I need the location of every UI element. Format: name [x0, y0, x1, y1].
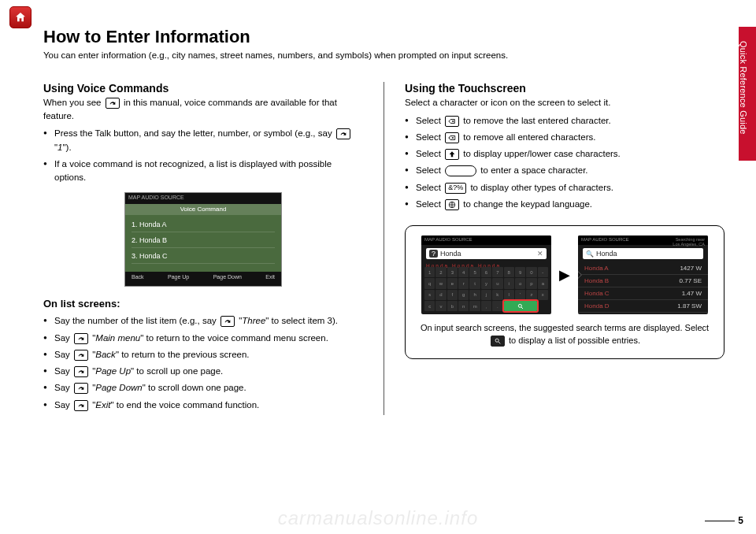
shot1-row: 3. Honda C — [132, 248, 275, 264]
key: v — [435, 301, 446, 311]
key: f — [447, 290, 458, 300]
result-row: Honda B0.77 SE — [578, 275, 708, 287]
result-row: Honda D1.87 SW — [578, 300, 708, 313]
bullet-item: Select to change the keypad language. — [405, 198, 724, 211]
page-content: How to Enter Information You can enter i… — [43, 27, 724, 518]
voice-list-screenshot: MAP AUDIO SOURCE Voice Command 1. Honda … — [124, 192, 282, 287]
bullet-item: Say "Exit" to end the voice command func… — [43, 399, 363, 412]
key: k — [492, 290, 502, 300]
page-title: How to Enter Information — [43, 27, 724, 47]
clear-icon: ✕ — [537, 250, 543, 258]
bullet-item: Say "Page Down" to scroll down one page. — [43, 381, 363, 395]
key: 8 — [504, 267, 514, 277]
globe-icon — [445, 199, 459, 210]
search-key — [504, 301, 537, 311]
column-divider — [384, 82, 384, 415]
column-touch: Using the Touchscreen Select a character… — [405, 82, 724, 415]
key: r — [458, 278, 469, 288]
callout-note: On input search screens, the suggested s… — [417, 322, 713, 347]
space-icon — [445, 165, 476, 176]
key: n — [458, 301, 469, 311]
touch-lead: Select a character or icon on the screen… — [405, 96, 724, 109]
key: 1 — [424, 267, 435, 277]
shotA-tabs: MAP AUDIO SOURCE — [421, 235, 551, 245]
shot1-footer: Back Page Up Page Down Exit — [125, 272, 281, 286]
key: . — [492, 301, 502, 311]
talk-icon — [336, 128, 350, 139]
talk-icon — [74, 350, 88, 361]
key: 4 — [458, 267, 469, 277]
bullet-item: Select to remove all entered characters. — [405, 131, 724, 144]
key: m — [469, 301, 480, 311]
key: h — [469, 290, 480, 300]
key: z — [526, 290, 536, 300]
key: , — [481, 301, 491, 311]
key: 0 — [526, 267, 536, 277]
key: p — [526, 278, 536, 288]
talk-icon — [74, 333, 88, 344]
backspace-icon — [445, 116, 459, 127]
page-number: 5 — [705, 515, 743, 526]
keyboard-screenshot: MAP AUDIO SOURCE ? Honda ✕ Honda Honda H… — [421, 235, 551, 314]
voice-bullets: Press the Talk button, and say the lette… — [43, 127, 363, 184]
home-button[interactable] — [9, 6, 32, 28]
clear-icon — [445, 132, 459, 143]
shotA-search: ? Honda ✕ — [426, 248, 547, 259]
key: x — [538, 290, 548, 300]
help-icon: ? — [429, 250, 438, 258]
home-icon — [14, 11, 27, 24]
bullet-item: Say "Main menu" to return to the voice c… — [43, 332, 363, 345]
key: 7 — [492, 267, 502, 277]
bullet-item: Press the Talk button, and say the lette… — [43, 127, 363, 154]
column-voice: Using Voice Commands When you see in thi… — [43, 82, 363, 415]
key: l — [504, 290, 514, 300]
shot1-tabs: MAP AUDIO SOURCE — [125, 193, 281, 204]
key: ' — [515, 290, 525, 300]
key: a — [538, 278, 548, 288]
results-screenshot: MAP AUDIO SOURCE Searching nearLos Angel… — [578, 235, 708, 314]
talk-icon — [74, 400, 88, 411]
key: s — [424, 290, 435, 300]
section-tab-label: Quick Reference Guide — [739, 27, 748, 135]
bullet-item: Select to remove the last entered charac… — [405, 114, 724, 128]
search-callout: MAP AUDIO SOURCE ? Honda ✕ Honda Honda H… — [405, 225, 724, 359]
bullet-item: If a voice command is not recognized, a … — [43, 158, 363, 185]
talk-icon — [220, 316, 235, 327]
voice-lead: When you see in this manual, voice comma… — [43, 96, 363, 122]
key: c — [424, 301, 435, 311]
key: w — [435, 278, 446, 288]
shift-icon — [445, 149, 459, 160]
bullet-item: Select &?% to display other types of cha… — [405, 181, 724, 195]
shotB-search: 🔍 Honda — [583, 248, 703, 259]
key: i — [504, 278, 514, 288]
touch-bullets: Select to remove the last entered charac… — [405, 114, 724, 212]
key: q — [424, 278, 435, 288]
key: 2 — [435, 267, 446, 277]
result-row: Honda A1427 W — [578, 262, 708, 275]
key: j — [481, 290, 491, 300]
talk-icon — [74, 383, 88, 394]
bullet-item: Say "Page Up" to scroll up one page. — [43, 365, 363, 378]
search-key-icon — [491, 336, 505, 347]
keyboard-keys: 1234567890-qwertyuiopasdfghjkl'zxcvbnm,. — [424, 267, 548, 311]
shotB-meta: Searching nearLos Angeles, CA — [673, 237, 705, 247]
list-screens-heading: On list screens: — [43, 298, 363, 310]
svg-line-4 — [498, 342, 501, 344]
talk-icon — [106, 98, 120, 109]
shot1-header: Voice Command — [125, 204, 281, 215]
shot1-row: 1. Honda A — [132, 217, 275, 232]
page-intro: You can enter information (e.g., city na… — [43, 50, 724, 60]
svg-point-3 — [495, 339, 498, 342]
symbols-icon: &?% — [445, 183, 466, 194]
key: u — [492, 278, 502, 288]
key: e — [447, 278, 458, 288]
svg-point-1 — [518, 304, 521, 307]
key: g — [458, 290, 469, 300]
talk-icon — [74, 366, 88, 377]
key: y — [481, 278, 491, 288]
result-row: Honda C1.47 W — [578, 287, 708, 300]
voice-heading: Using Voice Commands — [43, 82, 363, 95]
key: 5 — [469, 267, 480, 277]
bullet-item: Select to display upper/lower case chara… — [405, 147, 724, 161]
key: - — [538, 267, 548, 277]
